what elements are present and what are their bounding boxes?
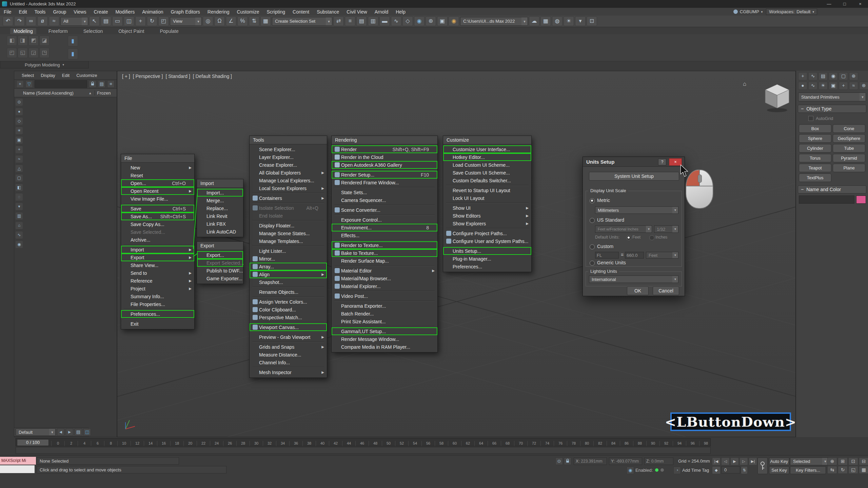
utilities-tab-icon[interactable]: ⊛ — [849, 72, 858, 80]
minimize-button[interactable]: — — [821, 0, 837, 8]
us-fraction-dropdown[interactable]: 1/32 ▾ — [654, 225, 678, 233]
menu-file[interactable]: File — [0, 8, 15, 16]
menu-title[interactable]: Customize — [443, 136, 531, 144]
pyramid-button[interactable]: Pyramid — [833, 154, 865, 162]
menu-item-state-sets[interactable]: State Sets... — [332, 188, 437, 196]
zoom-icon[interactable]: ⊕ — [827, 458, 837, 465]
frame-spinner[interactable]: ⇅ — [741, 466, 748, 474]
menu-item-print-size-assistant[interactable]: Print Size Assistant... — [332, 318, 437, 325]
explorer-menu-edit[interactable]: Edit — [59, 73, 72, 78]
custom-reference-dropdown[interactable]: Feet ▾ — [646, 252, 678, 259]
workspaces-dropdown[interactable]: Workspaces: Default ▾ — [766, 8, 817, 15]
account-menu[interactable]: CGBUMP ▾ — [733, 9, 763, 14]
menu-item-load-custom-ui-scheme[interactable]: Load Custom UI Scheme... — [443, 161, 531, 169]
cancel-button[interactable]: Cancel — [653, 286, 679, 295]
maxscript-mini-listener[interactable]: MAXScript Mi — [0, 457, 36, 465]
explorer-menu-display[interactable]: Display — [38, 73, 58, 78]
menu-item-grids-and-snaps[interactable]: Grids and Snaps▶ — [250, 343, 327, 351]
menu-item-render-message-window[interactable]: Render Message Window... — [332, 335, 437, 343]
frozen-column-header[interactable]: Frozen — [95, 90, 117, 96]
edge-subobject-icon[interactable]: ◨ — [18, 36, 28, 46]
display-all-icon[interactable]: ⊙ — [15, 98, 23, 106]
add-time-tag[interactable]: Add Time Tag — [682, 468, 709, 473]
named-selection-sets-icon[interactable]: ▦ — [260, 16, 271, 26]
select-and-link-icon[interactable]: ∞ — [26, 16, 36, 26]
menu-item-assign-vertex-colors[interactable]: Assign Vertex Colors... — [250, 298, 327, 306]
name-and-color-rollout[interactable]: − Name and Color — [798, 185, 866, 194]
clock-icon[interactable]: ◔ — [673, 467, 681, 474]
selection-set-key-dropdown[interactable]: Selected ▾ — [790, 458, 829, 465]
track-bar[interactable] — [16, 447, 711, 454]
ribbon-tab-modeling[interactable]: Modeling — [10, 28, 36, 34]
percent-snap-icon[interactable]: % — [237, 16, 248, 26]
maxscript-listener-white[interactable] — [0, 465, 35, 473]
hierarchy-tab-icon[interactable]: ▤ — [818, 72, 828, 80]
zoom-region-icon[interactable]: ⊟ — [859, 458, 868, 465]
bind-to-space-warp-icon[interactable]: ≈ — [49, 16, 59, 26]
unlink-selection-icon[interactable]: ø — [37, 16, 48, 26]
display-hidden-icon[interactable]: ◌ — [15, 193, 23, 201]
shapes-category-icon[interactable]: ∿ — [808, 82, 817, 90]
viewport-layout-icon[interactable]: ▦ — [859, 466, 868, 474]
object-type-rollout[interactable]: − Object Type — [798, 105, 866, 113]
menu-edit[interactable]: Edit — [15, 8, 31, 16]
generic-units-radio[interactable] — [590, 261, 595, 266]
menu-title[interactable]: File — [121, 154, 194, 163]
object-category-dropdown[interactable]: Standard Primitives ▾ — [798, 93, 866, 101]
menu-item-channel-info[interactable]: Channel Info... — [250, 359, 327, 366]
us-units-dropdown[interactable]: Feet w/Fractional Inches ▾ — [595, 225, 652, 233]
orbit-icon[interactable]: ↻ — [838, 466, 848, 474]
menu-item-material-editor[interactable]: Material Editor▶ — [332, 267, 437, 274]
sort-alphabetical-icon[interactable]: ▾ — [15, 203, 23, 210]
menu-item-show-ui[interactable]: Show UI▶ — [443, 204, 531, 212]
menu-item-gamma-lut-setup[interactable]: Gamma/LUT Setup... — [332, 327, 437, 335]
menu-civil-view[interactable]: Civil View — [343, 8, 371, 16]
menu-item-rendered-frame-window[interactable]: Rendered Frame Window... — [332, 179, 437, 186]
menu-item-scene-explorer[interactable]: Scene Explorer... — [250, 145, 327, 153]
geosphere-button[interactable]: GeoSphere — [833, 134, 865, 143]
dual-pane-icon[interactable]: ◫ — [83, 428, 91, 436]
lights-category-icon[interactable]: ☀ — [818, 82, 828, 90]
menu-item-show-explorers[interactable]: Show Explorers▶ — [443, 220, 531, 227]
menu-help[interactable]: Help — [392, 8, 409, 16]
use-pivot-center-icon[interactable]: ◎ — [203, 16, 213, 26]
selection-filter-dropdown[interactable]: All▾ — [60, 17, 88, 26]
motion-tab-icon[interactable]: ◉ — [829, 72, 838, 80]
preview-subobject-icon[interactable]: ◱ — [18, 48, 28, 58]
border-subobject-icon[interactable]: ◩ — [28, 36, 39, 46]
menu-item-view-image-file[interactable]: View Image File... — [121, 195, 194, 203]
element-subobject-icon[interactable]: ◰ — [7, 48, 17, 58]
list-view-icon[interactable]: ▤ — [98, 80, 105, 88]
align-icon[interactable]: ≡ — [345, 16, 355, 26]
lighting-analysis-icon[interactable]: ☀ — [564, 16, 574, 26]
menu-group[interactable]: Group — [49, 8, 70, 16]
workspace-switch-icon[interactable]: ⊡ — [587, 16, 597, 26]
cylinder-button[interactable]: Cylinder — [799, 144, 831, 152]
menu-substance[interactable]: Substance — [313, 8, 343, 16]
ribbon-tab-object-paint[interactable]: Object Paint — [115, 28, 147, 34]
menu-content[interactable]: Content — [289, 8, 313, 16]
go-to-start-button[interactable]: |◀ — [712, 458, 721, 465]
menu-item-exposure-control[interactable]: Exposure Control... — [332, 216, 437, 224]
set-key-big-button[interactable] — [757, 458, 768, 474]
viewport-shading-menu[interactable]: [ Default Shading ] — [193, 74, 232, 79]
menu-graph-editors[interactable]: Graph Editors — [167, 8, 203, 16]
menu-item-plug-in-manager[interactable]: Plug-in Manager... — [443, 255, 531, 263]
display-containers-icon[interactable]: ▢ — [15, 174, 23, 182]
modifier-stack-icon[interactable]: ◳ — [39, 48, 50, 58]
display-bones-icon[interactable]: △ — [15, 165, 23, 172]
menu-item-configure-project-paths[interactable]: Configure Project Paths... — [443, 229, 531, 237]
menu-item-units-setup[interactable]: Units Setup... — [443, 247, 531, 255]
systems-category-icon[interactable]: ⊛ — [859, 82, 868, 90]
project-path-dropdown[interactable]: C:\Users\UI...ds Max 2022▾ — [460, 17, 528, 26]
tube-button[interactable]: Tube — [833, 144, 865, 152]
explorer-search-input[interactable] — [35, 80, 87, 88]
key-filters-button[interactable]: Key Filters... — [790, 466, 826, 474]
menu-item-render-setup[interactable]: Render Setup...F10 — [332, 171, 437, 179]
menu-item-panorama-exporter[interactable]: Panorama Exporter... — [332, 302, 437, 310]
render-production-icon[interactable]: ◉ — [449, 16, 459, 26]
select-children-icon[interactable]: ∿ — [15, 231, 23, 239]
menu-item-game-exporter[interactable]: Game Exporter... — [197, 274, 243, 282]
menu-item-mesh-inspector[interactable]: Mesh Inspector▶ — [250, 368, 327, 376]
system-unit-setup-button[interactable]: System Unit Setup — [589, 172, 679, 181]
